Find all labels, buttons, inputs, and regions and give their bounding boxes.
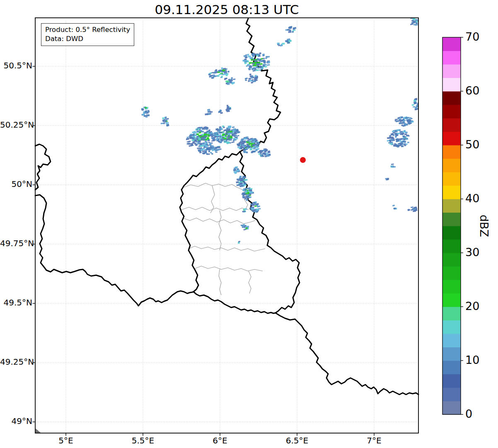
border-france-germany	[276, 313, 418, 395]
y-tick-label: 49.25°N	[0, 357, 32, 367]
border-luxembourg-east	[240, 152, 300, 313]
colorbar-axis-label: dBZ	[478, 211, 491, 240]
x-tick-label: 5.5°E	[124, 436, 162, 446]
colorbar-tick-label: 50	[465, 138, 479, 151]
y-tick-label: 49.5°N	[0, 298, 32, 308]
y-tick-label: 50.5°N	[0, 61, 32, 70]
y-tick-label: 49.75°N	[0, 238, 32, 248]
x-tick-label: 6°E	[201, 436, 239, 446]
radar-site-marker	[300, 157, 306, 163]
border-belgium-france-loop	[35, 144, 51, 190]
map-canvas	[0, 0, 498, 448]
border-luxembourg-west	[180, 152, 240, 292]
y-tick-label: 50.25°N	[0, 120, 32, 130]
legend-box: Product: 0.5° Reflectivity Data: DWD	[41, 23, 134, 46]
colorbar-tick-label: 20	[465, 300, 479, 312]
colorbar-tick-label: 10	[465, 354, 479, 366]
y-tick-label: 50°N	[0, 179, 32, 189]
colorbar-tick-label: 60	[465, 84, 479, 97]
colorbar-tick-label: 30	[465, 246, 479, 259]
colorbar	[442, 37, 463, 415]
radar-figure: 09.11.2025 08:13 UTC	[0, 0, 498, 448]
map-frame	[35, 18, 418, 433]
legend-product-line: Product: 0.5° Reflectivity	[45, 25, 130, 34]
axis-ticks	[33, 66, 375, 436]
map-corner-wedge	[36, 429, 41, 433]
x-tick-label: 6.5°E	[278, 436, 316, 446]
border-luxembourg-south	[193, 292, 276, 313]
x-tick-label: 5°E	[47, 436, 85, 446]
border-belgium-germany	[240, 19, 280, 152]
gridlines	[35, 18, 418, 433]
radar-echoes	[141, 17, 421, 244]
legend-source-line: Data: DWD	[45, 34, 130, 44]
x-tick-label: 7°E	[355, 436, 393, 446]
colorbar-tick-label: 40	[465, 192, 479, 205]
y-tick-label: 49°N	[0, 416, 32, 426]
district-borders	[181, 183, 265, 295]
colorbar-tick-label: 70	[465, 30, 479, 43]
colorbar-tick-label: 0	[465, 407, 472, 420]
border-belgium-france	[35, 195, 193, 306]
